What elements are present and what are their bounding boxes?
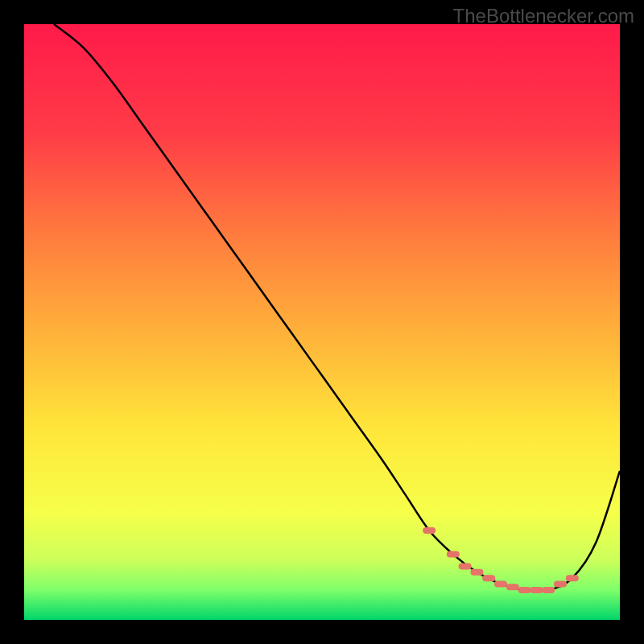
optimal-marker bbox=[459, 563, 472, 569]
optimal-marker bbox=[518, 587, 531, 593]
watermark: TheBottlenecker.com bbox=[453, 5, 634, 27]
optimal-marker bbox=[494, 581, 507, 588]
optimal-marker bbox=[554, 581, 567, 588]
optimal-marker bbox=[506, 584, 519, 590]
optimal-marker bbox=[470, 569, 483, 576]
optimal-marker bbox=[423, 527, 436, 534]
optimal-marker bbox=[482, 575, 495, 581]
optimal-marker bbox=[566, 575, 579, 581]
bottleneck-chart bbox=[24, 24, 620, 620]
optimal-marker bbox=[447, 551, 460, 558]
chart-background bbox=[24, 24, 620, 620]
optimal-marker bbox=[542, 587, 555, 593]
optimal-marker bbox=[530, 587, 543, 593]
